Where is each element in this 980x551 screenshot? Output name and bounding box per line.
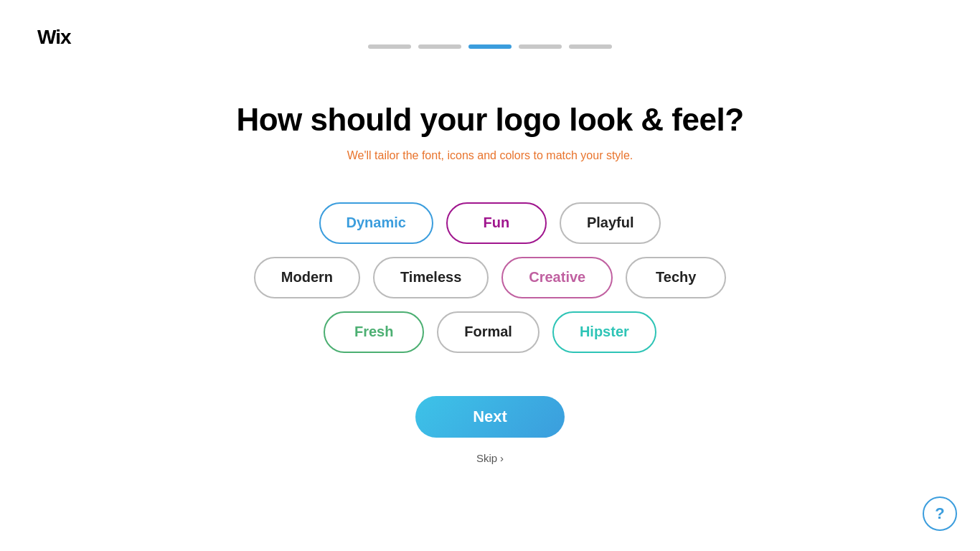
style-btn-modern[interactable]: Modern: [254, 257, 360, 298]
next-button[interactable]: Next: [415, 396, 565, 438]
style-btn-dynamic[interactable]: Dynamic: [319, 202, 433, 244]
style-btn-techy[interactable]: Techy: [626, 257, 726, 298]
style-options: Dynamic Fun Playful Modern Timeless Crea…: [254, 202, 726, 353]
style-btn-fresh[interactable]: Fresh: [324, 311, 424, 353]
skip-label: Skip: [476, 452, 497, 464]
options-row-1: Dynamic Fun Playful: [319, 202, 661, 244]
options-row-3: Fresh Formal Hipster: [324, 311, 656, 353]
style-btn-formal[interactable]: Formal: [437, 311, 540, 353]
style-btn-timeless[interactable]: Timeless: [373, 257, 489, 298]
style-btn-creative[interactable]: Creative: [501, 257, 613, 298]
options-row-2: Modern Timeless Creative Techy: [254, 257, 726, 298]
skip-link[interactable]: Skip ›: [476, 452, 504, 464]
style-btn-hipster[interactable]: Hipster: [552, 311, 656, 353]
page-title: How should your logo look & feel?: [236, 102, 743, 138]
main-content: How should your logo look & feel? We'll …: [0, 0, 980, 551]
style-btn-playful[interactable]: Playful: [560, 202, 661, 244]
skip-chevron-icon: ›: [500, 452, 504, 464]
help-button[interactable]: ?: [923, 496, 957, 531]
page-subtitle: We'll tailor the font, icons and colors …: [347, 149, 633, 162]
style-btn-fun[interactable]: Fun: [446, 202, 547, 244]
